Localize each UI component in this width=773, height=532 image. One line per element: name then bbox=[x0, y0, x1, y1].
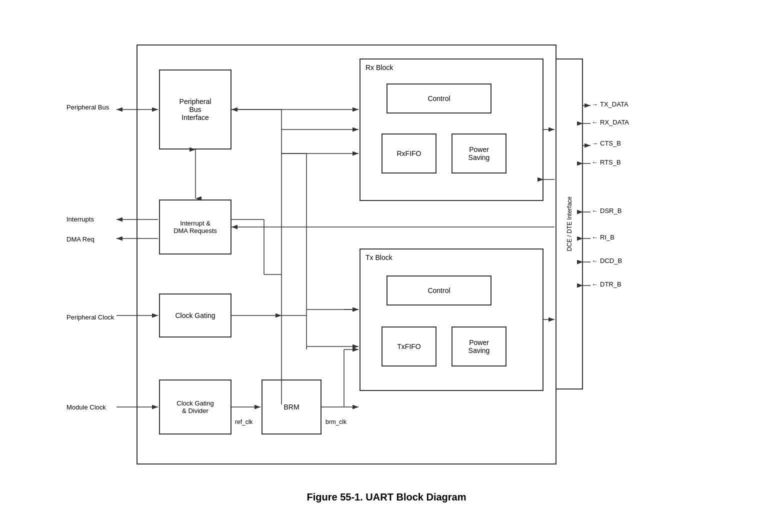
peripheral-bus-interface-label: PeripheralBusInterface bbox=[180, 98, 212, 122]
dcd-b-arrow: ← bbox=[592, 257, 598, 264]
diagram-area: Peripheral Bus Interrupts DMA Req Periph… bbox=[66, 30, 706, 480]
tx-data-arrow: → bbox=[592, 100, 598, 108]
rx-fifo-block: RxFIFO bbox=[382, 134, 436, 174]
rx-control-label: Control bbox=[428, 94, 450, 102]
rx-control-block: Control bbox=[386, 84, 492, 114]
peripheral-clock-label: Peripheral Clock bbox=[66, 314, 114, 321]
cts-b-arrow: → bbox=[592, 140, 598, 147]
dce-dte-block: DCE / DTE Interface bbox=[556, 58, 583, 390]
cts-b-label: → CTS_B bbox=[592, 140, 621, 147]
rx-block-label: Rx Block bbox=[366, 64, 393, 72]
dsr-b-arrow: ← bbox=[592, 207, 598, 214]
dtr-b-arrow: ← bbox=[592, 280, 598, 288]
tx-power-saving-block: PowerSaving bbox=[452, 326, 506, 366]
interrupt-dma-label: Interrupt &DMA Requests bbox=[174, 220, 217, 234]
interrupt-dma-block: Interrupt &DMA Requests bbox=[159, 200, 232, 254]
peripheral-bus-interface-block: PeripheralBusInterface bbox=[159, 70, 232, 150]
tx-control-block: Control bbox=[386, 276, 492, 306]
peripheral-bus-text: Peripheral Bus bbox=[66, 104, 109, 111]
clock-gating-divider-block: Clock Gating& Divider bbox=[159, 380, 232, 434]
tx-block: Tx Block bbox=[360, 248, 544, 391]
rts-b-text: RTS_B bbox=[600, 158, 621, 166]
dcd-b-text: DCD_B bbox=[600, 257, 622, 264]
dsr-b-text: DSR_B bbox=[600, 207, 622, 214]
dcd-b-label: ← DCD_B bbox=[592, 257, 622, 264]
dtr-b-label: ← DTR_B bbox=[592, 280, 622, 288]
dce-dte-label: DCE / DTE Interface bbox=[566, 196, 573, 251]
rts-b-arrow: ← bbox=[592, 158, 598, 166]
peripheral-clock-text: Peripheral Clock bbox=[66, 314, 114, 321]
rx-fifo-label: RxFIFO bbox=[397, 150, 422, 158]
brm-label: BRM bbox=[284, 403, 299, 411]
ri-b-text: RI_B bbox=[600, 234, 614, 241]
dtr-b-text: DTR_B bbox=[600, 280, 622, 288]
peripheral-bus-label: Peripheral Bus bbox=[66, 104, 109, 111]
interrupts-label: Interrupts bbox=[66, 216, 94, 223]
rx-power-saving-block: PowerSaving bbox=[452, 134, 506, 174]
full-diagram: Peripheral Bus Interrupts DMA Req Periph… bbox=[66, 30, 706, 503]
diagram-caption: Figure 55-1. UART Block Diagram bbox=[66, 492, 706, 503]
caption-text: Figure 55-1. UART Block Diagram bbox=[307, 492, 466, 502]
ref-clk-text: ref_clk bbox=[235, 418, 252, 426]
clock-gating-block: Clock Gating bbox=[159, 294, 232, 338]
rx-block: Rx Block bbox=[360, 58, 544, 201]
tx-block-label: Tx Block bbox=[366, 254, 392, 262]
module-clock-text: Module Clock bbox=[66, 404, 106, 411]
dma-req-text: DMA Req bbox=[66, 236, 94, 243]
ri-b-label: ← RI_B bbox=[592, 234, 614, 241]
rx-power-saving-label: PowerSaving bbox=[468, 146, 490, 162]
cts-b-text: CTS_B bbox=[600, 140, 621, 147]
rx-data-arrow: ← bbox=[592, 118, 598, 126]
interrupts-text: Interrupts bbox=[66, 216, 94, 223]
dma-req-label: DMA Req bbox=[66, 236, 94, 243]
rx-data-label: ← RX_DATA bbox=[592, 118, 629, 126]
tx-control-label: Control bbox=[428, 286, 450, 294]
ri-b-arrow: ← bbox=[592, 234, 598, 241]
brm-clk-text: brm_clk bbox=[326, 418, 346, 426]
clock-gating-divider-label: Clock Gating& Divider bbox=[176, 400, 214, 414]
tx-data-text: TX_DATA bbox=[600, 100, 628, 108]
dsr-b-label: ← DSR_B bbox=[592, 207, 622, 214]
tx-fifo-label: TxFIFO bbox=[397, 342, 420, 350]
rx-data-text: RX_DATA bbox=[600, 118, 629, 126]
module-clock-label: Module Clock bbox=[66, 404, 106, 411]
brm-clk-label: brm_clk bbox=[326, 418, 346, 426]
tx-power-saving-label: PowerSaving bbox=[468, 338, 490, 354]
clock-gating-label: Clock Gating bbox=[175, 312, 215, 320]
tx-fifo-block: TxFIFO bbox=[382, 326, 436, 366]
ref-clk-label: ref_clk bbox=[235, 418, 252, 426]
rts-b-label: ← RTS_B bbox=[592, 158, 621, 166]
brm-block: BRM bbox=[262, 380, 322, 434]
tx-data-label: → TX_DATA bbox=[592, 100, 628, 108]
